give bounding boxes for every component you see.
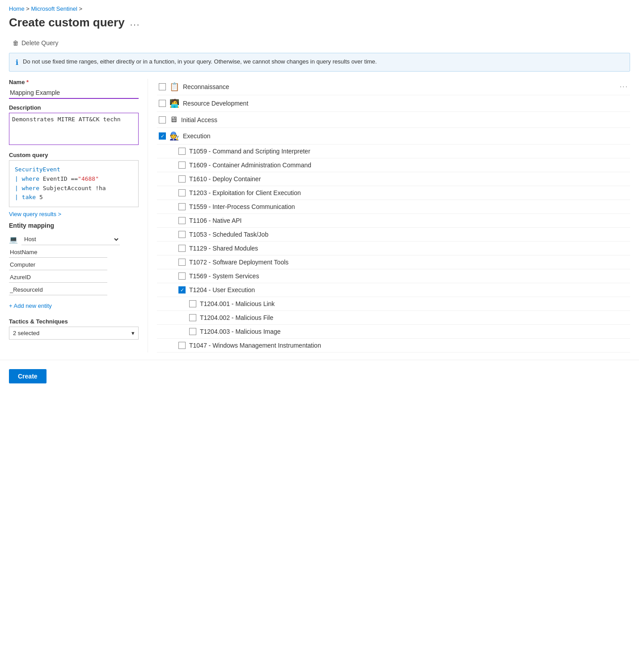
tactic-checkbox-t1053[interactable]	[178, 231, 186, 238]
code-line-4: | take 5	[15, 193, 133, 202]
tactic-dots[interactable]: ···	[620, 83, 628, 91]
left-panel: Name * Description Demonstrates MITRE AT…	[9, 79, 148, 353]
hostname-input[interactable]	[9, 247, 107, 258]
entity-block-host: 💻 Host	[9, 234, 139, 295]
azureid-input[interactable]	[9, 272, 107, 283]
page-title: Create custom query	[9, 16, 125, 30]
breadcrumb: Home > Microsoft Sentinel >	[0, 0, 639, 14]
computer-input[interactable]	[9, 259, 107, 270]
tactic-name: T1609 - Container Administration Command	[189, 162, 311, 169]
tactic-checkbox-t1059[interactable]	[178, 148, 186, 155]
info-banner: ℹ Do not use fixed time ranges, either d…	[9, 53, 630, 72]
resourceid-input[interactable]	[9, 285, 107, 295]
tactic-name: T1059 - Command and Scripting Interprete…	[189, 148, 310, 155]
tactic-name: Initial Access	[181, 116, 217, 123]
tactic-name: T1129 - Shared Modules	[189, 245, 258, 252]
entity-mapping-label: Entity mapping	[9, 222, 139, 229]
reconnaissance-icon: 📋	[169, 82, 179, 92]
entity-field-azureid	[9, 272, 139, 283]
tactic-name: T1204.003 - Malicious Image	[200, 328, 281, 335]
main-content: Name * Description Demonstrates MITRE AT…	[0, 79, 639, 353]
tactic-name: T1072 - Software Deployment Tools	[189, 259, 288, 266]
tactic-list: 📋 Reconnaissance ··· 🧑‍💻 Resource Develo…	[157, 79, 630, 353]
list-item[interactable]: 📋 Reconnaissance ···	[157, 79, 630, 95]
name-label: Name *	[9, 79, 139, 85]
toolbar: 🗑 Delete Query	[0, 35, 639, 53]
code-line-2: | where EventID == "4688"	[15, 174, 133, 184]
tactic-name: T1569 - System Services	[189, 272, 259, 280]
list-item[interactable]: 🖥 Initial Access	[157, 112, 630, 128]
tactic-checkbox-initial-access[interactable]	[159, 116, 166, 123]
delete-label: Delete Query	[21, 39, 58, 47]
page-menu-dots[interactable]: ...	[130, 17, 140, 28]
breadcrumb-home[interactable]: Home	[9, 5, 25, 12]
list-item[interactable]: T1129 - Shared Modules	[157, 242, 630, 255]
info-icon: ℹ	[16, 58, 18, 67]
list-item[interactable]: T1053 - Scheduled Task/Job	[157, 228, 630, 242]
entity-type-row: 💻 Host	[9, 234, 139, 245]
create-button[interactable]: Create	[9, 369, 47, 383]
list-item[interactable]: T1072 - Software Deployment Tools	[157, 255, 630, 269]
name-input[interactable]	[9, 87, 139, 99]
tactic-name: T1204.001 - Malicious Link	[200, 300, 275, 307]
list-item[interactable]: T1204.002 - Malicious File	[157, 311, 630, 325]
view-results-link[interactable]: View query results >	[9, 211, 139, 217]
tactic-name: T1047 - Windows Management Instrumentati…	[189, 342, 321, 349]
breadcrumb-sentinel[interactable]: Microsoft Sentinel	[31, 5, 77, 12]
tactic-checkbox-t1106[interactable]	[178, 217, 186, 224]
tactic-checkbox-t1569[interactable]	[178, 272, 186, 280]
list-item[interactable]: T1569 - System Services	[157, 269, 630, 283]
description-input[interactable]: Demonstrates MITRE ATT&CK techn	[9, 113, 139, 145]
tactic-name: Execution	[183, 132, 210, 140]
tactics-selected-text: 2 selected	[13, 330, 39, 336]
entity-field-hostname	[9, 247, 139, 258]
tactic-checkbox-t1204-003[interactable]	[189, 328, 196, 335]
tactic-checkbox-t1204-002[interactable]	[189, 314, 196, 321]
delete-query-button[interactable]: 🗑 Delete Query	[9, 38, 62, 48]
tactic-checkbox-t1559[interactable]	[178, 203, 186, 210]
tactic-checkbox-t1129[interactable]	[178, 245, 186, 252]
list-item[interactable]: 🧑‍💻 Resource Development	[157, 95, 630, 112]
entity-field-resourceid	[9, 285, 139, 295]
list-item[interactable]: T1559 - Inter-Process Communication	[157, 200, 630, 214]
right-panel[interactable]: 📋 Reconnaissance ··· 🧑‍💻 Resource Develo…	[148, 79, 630, 353]
list-item[interactable]: T1610 - Deploy Container	[157, 172, 630, 186]
list-item[interactable]: T1204.003 - Malicious Image	[157, 325, 630, 339]
list-item[interactable]: T1047 - Windows Management Instrumentati…	[157, 339, 630, 353]
add-entity-button[interactable]: + Add new entity	[9, 301, 52, 311]
tactic-checkbox-t1610[interactable]	[178, 175, 186, 183]
execution-icon: 🧑‍🔧	[169, 131, 179, 141]
info-text: Do not use fixed time ranges, either dir…	[23, 58, 377, 66]
footer: Create	[0, 360, 639, 392]
tactic-name: T1204.002 - Malicious File	[200, 314, 273, 321]
tactic-checkbox-resource-development[interactable]	[159, 100, 166, 107]
entity-field-computer	[9, 259, 139, 270]
tactic-checkbox-t1609[interactable]	[178, 162, 186, 169]
description-label: Description	[9, 104, 139, 111]
tactic-checkbox-t1047[interactable]	[178, 342, 186, 349]
list-item[interactable]: T1059 - Command and Scripting Interprete…	[157, 145, 630, 158]
tactic-checkbox-execution[interactable]	[159, 132, 166, 140]
tactic-name: T1559 - Inter-Process Communication	[189, 203, 295, 210]
tactic-checkbox-t1072[interactable]	[178, 259, 186, 266]
list-item[interactable]: T1204 - User Execution	[157, 283, 630, 297]
list-item[interactable]: T1106 - Native API	[157, 214, 630, 228]
tactic-name: Reconnaissance	[183, 83, 229, 90]
entity-type-dropdown[interactable]: Host	[21, 234, 120, 245]
tactic-checkbox-t1204-001[interactable]	[189, 300, 196, 307]
trash-icon: 🗑	[13, 39, 19, 47]
chevron-down-icon: ▾	[131, 330, 135, 336]
tactic-checkbox-reconnaissance[interactable]	[159, 83, 166, 90]
resource-development-icon: 🧑‍💻	[169, 98, 179, 108]
custom-query-box[interactable]: SecurityEvent | where EventID == "4688" …	[9, 160, 139, 207]
code-line-3: | where SubjectAccount !ha	[15, 184, 133, 193]
list-item[interactable]: T1609 - Container Administration Command	[157, 158, 630, 172]
list-item[interactable]: T1203 - Exploitation for Client Executio…	[157, 186, 630, 200]
list-item[interactable]: 🧑‍🔧 Execution	[157, 128, 630, 145]
list-item[interactable]: T1204.001 - Malicious Link	[157, 297, 630, 311]
tactic-checkbox-t1203[interactable]	[178, 189, 186, 196]
tactic-checkbox-t1204[interactable]	[178, 286, 186, 293]
page-header: Create custom query ...	[0, 14, 639, 35]
code-line-1: SecurityEvent	[15, 165, 133, 174]
tactics-dropdown[interactable]: 2 selected ▾	[9, 327, 139, 340]
